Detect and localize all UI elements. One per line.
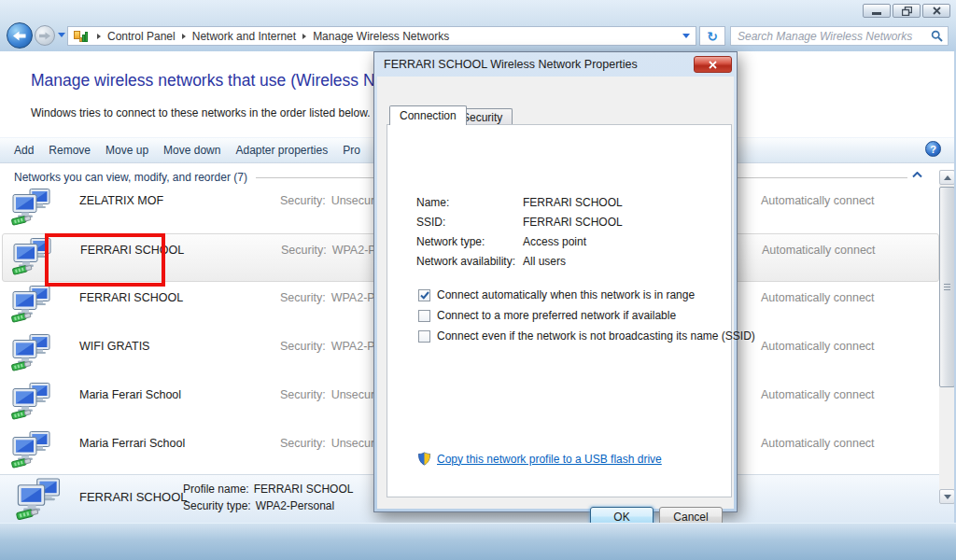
security-type-value: WPA2-Personal (256, 499, 334, 512)
breadcrumb-separator-icon (97, 34, 101, 39)
network-name: Maria Ferari School (79, 388, 181, 401)
scroll-down-button[interactable] (939, 489, 955, 504)
checkmark-icon (420, 291, 429, 300)
minimize-button[interactable] (863, 4, 891, 18)
breadcrumb-item-control-panel[interactable]: Control Panel (107, 30, 176, 43)
dialog-body: Connection Security Name: FERRARI SCHOOL… (377, 77, 734, 509)
connect-mode: Automatically connect (761, 388, 875, 401)
wireless-manager-icon (74, 30, 89, 42)
dialog-title: FERRARI SCHOOL Wireless Network Properti… (384, 58, 638, 71)
group-header-label: Networks you can view, modify, and reord… (14, 171, 247, 184)
network-name: WIFI GRATIS (79, 340, 149, 353)
highlight-annotation-box (45, 233, 165, 287)
security-label: Security: (280, 437, 326, 450)
forward-arrow-icon (39, 32, 50, 40)
recent-pages-dropdown[interactable] (58, 33, 65, 37)
search-icon (931, 30, 944, 43)
field-network-type-value: Access point (523, 235, 586, 248)
checkbox-label: Connect even if the network is not broad… (437, 329, 755, 343)
back-arrow-icon (13, 31, 26, 41)
wireless-network-icon (10, 383, 53, 424)
page-subtitle: Windows tries to connect to these networ… (31, 106, 371, 119)
maximize-button[interactable] (893, 4, 921, 18)
toolbar-remove-button[interactable]: Remove (49, 144, 91, 157)
refresh-button[interactable]: ↻ (699, 26, 725, 46)
connect-mode: Automatically connect (762, 244, 876, 257)
checkbox-connect-hidden-ssid[interactable] (418, 330, 430, 343)
connect-mode: Automatically connect (761, 194, 875, 207)
field-name-label: Name: (416, 196, 449, 209)
checkbox-connect-automatically[interactable] (418, 289, 430, 301)
profile-name-value: FERRARI SCHOOL (254, 483, 354, 496)
security-label: Security: (281, 244, 327, 257)
network-name: Maria Ferrari School (79, 437, 185, 450)
close-icon (709, 61, 717, 69)
breadcrumb: Control Panel Network and Internet Manag… (67, 26, 696, 46)
connect-mode: Automatically connect (761, 437, 875, 450)
security-type-label: Security type: (183, 499, 251, 512)
vertical-scrollbar[interactable] (939, 170, 955, 504)
breadcrumb-separator-icon (302, 34, 306, 39)
field-availability-label: Network availability: (416, 255, 515, 268)
wireless-network-icon (10, 334, 53, 375)
security-label: Security: (280, 194, 326, 207)
search-box (730, 26, 949, 46)
connect-mode: Automatically connect (761, 340, 875, 353)
breadcrumb-item-network-and-internet[interactable]: Network and Internet (192, 30, 296, 43)
toolbar-add-button[interactable]: Add (14, 144, 34, 157)
close-icon (933, 7, 941, 15)
wireless-network-icon (15, 478, 63, 525)
details-network-name: FERRARI SCHOOL (79, 490, 188, 504)
checkbox-more-preferred[interactable] (418, 310, 430, 322)
field-availability-value: All users (523, 255, 566, 268)
uac-shield-icon (417, 452, 431, 466)
checkbox-label: Connect to a more preferred network if a… (437, 309, 676, 322)
checkbox-label: Connect automatically when this network … (437, 288, 695, 301)
toolbar-profile-types-button[interactable]: Pro (343, 144, 360, 157)
field-ssid-value: FERRARI SCHOOL (523, 216, 623, 229)
wireless-network-icon (10, 189, 53, 230)
network-name: ZELATRIX MOF (79, 194, 163, 207)
security-label: Security: (280, 340, 326, 353)
toolbar-move-down-button[interactable]: Move down (163, 144, 220, 157)
wireless-network-icon (10, 431, 53, 472)
connection-tab-page: Name: FERRARI SCHOOL SSID: FERRARI SCHOO… (387, 124, 732, 497)
window-chrome: Control Panel Network and Internet Manag… (0, 0, 956, 51)
field-network-type-label: Network type: (416, 235, 485, 248)
help-button[interactable]: ? (925, 141, 941, 157)
arrow-down-icon (944, 495, 951, 499)
minimize-icon (872, 7, 881, 15)
address-dropdown-icon[interactable] (682, 34, 690, 38)
toolbar-move-up-button[interactable]: Move up (105, 144, 148, 157)
tab-connection[interactable]: Connection (389, 105, 467, 125)
copy-profile-usb-link[interactable]: Copy this network profile to a USB flash… (437, 453, 662, 466)
network-name: FERRARI SCHOOL (79, 291, 183, 304)
restore-icon (902, 7, 912, 16)
dialog-close-button[interactable] (694, 56, 732, 73)
arrow-up-icon (944, 175, 951, 180)
wireless-properties-dialog: FERRARI SCHOOL Wireless Network Properti… (373, 51, 738, 512)
wireless-network-icon (10, 286, 53, 327)
breadcrumb-separator-icon (182, 34, 186, 39)
collapse-chevron-icon[interactable] (912, 172, 922, 178)
search-input[interactable] (738, 30, 931, 43)
profile-name-label: Profile name: (183, 483, 249, 496)
scroll-up-button[interactable] (939, 170, 955, 185)
close-button[interactable] (922, 4, 950, 18)
breadcrumb-item-manage-wireless-networks[interactable]: Manage Wireless Networks (313, 30, 449, 43)
forward-button[interactable] (35, 25, 55, 46)
field-ssid-label: SSID: (416, 216, 445, 229)
connect-mode: Automatically connect (761, 291, 875, 304)
scrollbar-thumb[interactable] (939, 187, 955, 387)
toolbar-adapter-properties-button[interactable]: Adapter properties (235, 144, 328, 157)
back-button[interactable] (7, 22, 33, 49)
taskbar: e W IN (0, 523, 956, 560)
page-title: Manage wireless networks that use (Wirel… (31, 71, 415, 91)
security-label: Security: (280, 291, 326, 304)
security-label: Security: (280, 388, 326, 401)
field-name-value: FERRARI SCHOOL (523, 196, 623, 209)
thumb-grip-icon (944, 284, 950, 290)
